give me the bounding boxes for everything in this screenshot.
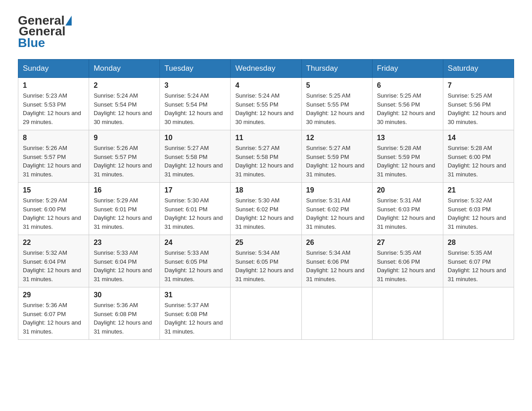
day-info: Sunrise: 5:32 AMSunset: 6:04 PMDaylight:… [23, 249, 81, 283]
calendar-week-row: 29 Sunrise: 5:36 AMSunset: 6:07 PMDaylig… [18, 287, 514, 340]
table-row: 16 Sunrise: 5:29 AMSunset: 6:01 PMDaylig… [89, 183, 160, 235]
table-row: 26 Sunrise: 5:34 AMSunset: 6:06 PMDaylig… [301, 235, 372, 287]
day-info: Sunrise: 5:34 AMSunset: 6:06 PMDaylight:… [306, 249, 365, 283]
table-row: 3 Sunrise: 5:24 AMSunset: 5:54 PMDayligh… [160, 78, 231, 130]
day-number: 20 [377, 186, 438, 194]
table-row [231, 287, 301, 340]
table-row: 25 Sunrise: 5:34 AMSunset: 6:05 PMDaylig… [231, 235, 301, 287]
day-number: 8 [23, 134, 84, 142]
day-number: 28 [448, 239, 509, 247]
day-info: Sunrise: 5:37 AMSunset: 6:08 PMDaylight:… [164, 302, 223, 335]
col-thursday: Thursday [301, 60, 372, 78]
table-row: 30 Sunrise: 5:36 AMSunset: 6:08 PMDaylig… [89, 287, 160, 340]
day-info: Sunrise: 5:24 AMSunset: 5:54 PMDaylight:… [164, 92, 223, 125]
table-row: 20 Sunrise: 5:31 AMSunset: 6:03 PMDaylig… [372, 183, 443, 235]
day-info: Sunrise: 5:32 AMSunset: 6:03 PMDaylight:… [448, 197, 506, 230]
logo-blue-text: Blue [18, 36, 45, 50]
day-info: Sunrise: 5:34 AMSunset: 6:05 PMDaylight:… [235, 249, 293, 283]
day-number: 27 [377, 239, 438, 247]
day-info: Sunrise: 5:26 AMSunset: 5:57 PMDaylight:… [94, 145, 152, 178]
day-number: 19 [306, 186, 368, 194]
day-info: Sunrise: 5:36 AMSunset: 6:08 PMDaylight:… [94, 302, 152, 335]
table-row: 23 Sunrise: 5:33 AMSunset: 6:04 PMDaylig… [89, 235, 160, 287]
table-row: 4 Sunrise: 5:24 AMSunset: 5:55 PMDayligh… [231, 78, 301, 130]
calendar-header-row: Sunday Monday Tuesday Wednesday Thursday… [18, 60, 514, 78]
page-header: General General Blue [18, 13, 514, 50]
day-number: 11 [235, 134, 296, 142]
table-row: 5 Sunrise: 5:25 AMSunset: 5:55 PMDayligh… [301, 78, 372, 130]
day-number: 22 [23, 239, 84, 247]
day-info: Sunrise: 5:28 AMSunset: 5:59 PMDaylight:… [377, 145, 435, 178]
table-row: 12 Sunrise: 5:27 AMSunset: 5:59 PMDaylig… [301, 130, 372, 183]
table-row: 14 Sunrise: 5:28 AMSunset: 6:00 PMDaylig… [443, 130, 514, 183]
day-number: 4 [235, 81, 296, 90]
table-row: 28 Sunrise: 5:35 AMSunset: 6:07 PMDaylig… [443, 235, 514, 287]
day-number: 17 [164, 186, 226, 194]
day-number: 5 [306, 81, 368, 90]
day-info: Sunrise: 5:31 AMSunset: 6:02 PMDaylight:… [306, 197, 365, 230]
day-info: Sunrise: 5:33 AMSunset: 6:04 PMDaylight:… [94, 249, 152, 283]
day-info: Sunrise: 5:33 AMSunset: 6:05 PMDaylight:… [164, 249, 223, 283]
day-number: 31 [164, 291, 226, 299]
day-number: 26 [306, 239, 368, 247]
col-tuesday: Tuesday [160, 60, 231, 78]
day-number: 1 [23, 81, 84, 90]
table-row: 9 Sunrise: 5:26 AMSunset: 5:57 PMDayligh… [89, 130, 160, 183]
day-info: Sunrise: 5:29 AMSunset: 6:01 PMDaylight:… [94, 197, 152, 230]
day-number: 7 [448, 81, 509, 90]
day-number: 15 [23, 186, 84, 194]
day-info: Sunrise: 5:27 AMSunset: 5:59 PMDaylight:… [306, 145, 365, 178]
table-row: 31 Sunrise: 5:37 AMSunset: 6:08 PMDaylig… [160, 287, 231, 340]
day-info: Sunrise: 5:25 AMSunset: 5:56 PMDaylight:… [448, 92, 506, 125]
day-number: 21 [448, 186, 509, 194]
day-number: 3 [164, 81, 226, 90]
calendar-week-row: 1 Sunrise: 5:23 AMSunset: 5:53 PMDayligh… [18, 78, 514, 130]
day-number: 12 [306, 134, 368, 142]
day-info: Sunrise: 5:27 AMSunset: 5:58 PMDaylight:… [235, 145, 293, 178]
day-info: Sunrise: 5:36 AMSunset: 6:07 PMDaylight:… [23, 302, 81, 335]
table-row: 13 Sunrise: 5:28 AMSunset: 5:59 PMDaylig… [372, 130, 443, 183]
table-row: 8 Sunrise: 5:26 AMSunset: 5:57 PMDayligh… [18, 130, 89, 183]
table-row: 6 Sunrise: 5:25 AMSunset: 5:56 PMDayligh… [372, 78, 443, 130]
day-number: 29 [23, 291, 84, 299]
day-info: Sunrise: 5:25 AMSunset: 5:56 PMDaylight:… [377, 92, 435, 125]
col-saturday: Saturday [443, 60, 514, 78]
table-row: 15 Sunrise: 5:29 AMSunset: 6:00 PMDaylig… [18, 183, 89, 235]
day-info: Sunrise: 5:24 AMSunset: 5:55 PMDaylight:… [235, 92, 293, 125]
calendar-table: Sunday Monday Tuesday Wednesday Thursday… [18, 59, 514, 340]
day-number: 23 [94, 239, 155, 247]
day-number: 14 [448, 134, 509, 142]
table-row [301, 287, 372, 340]
table-row: 2 Sunrise: 5:24 AMSunset: 5:54 PMDayligh… [89, 78, 160, 130]
day-number: 30 [94, 291, 155, 299]
table-row: 18 Sunrise: 5:30 AMSunset: 6:02 PMDaylig… [231, 183, 301, 235]
day-info: Sunrise: 5:29 AMSunset: 6:00 PMDaylight:… [23, 197, 81, 230]
day-info: Sunrise: 5:31 AMSunset: 6:03 PMDaylight:… [377, 197, 435, 230]
day-number: 2 [94, 81, 155, 90]
day-info: Sunrise: 5:24 AMSunset: 5:54 PMDaylight:… [94, 92, 152, 125]
day-info: Sunrise: 5:30 AMSunset: 6:02 PMDaylight:… [235, 197, 293, 230]
day-number: 10 [164, 134, 226, 142]
logo-triangle-icon [65, 16, 72, 26]
day-number: 13 [377, 134, 438, 142]
day-info: Sunrise: 5:35 AMSunset: 6:07 PMDaylight:… [448, 249, 506, 283]
table-row: 17 Sunrise: 5:30 AMSunset: 6:01 PMDaylig… [160, 183, 231, 235]
logo-area: General General Blue [18, 13, 73, 50]
day-info: Sunrise: 5:30 AMSunset: 6:01 PMDaylight:… [164, 197, 223, 230]
day-number: 6 [377, 81, 438, 90]
table-row: 19 Sunrise: 5:31 AMSunset: 6:02 PMDaylig… [301, 183, 372, 235]
day-number: 25 [235, 239, 296, 247]
table-row: 29 Sunrise: 5:36 AMSunset: 6:07 PMDaylig… [18, 287, 89, 340]
calendar-week-row: 8 Sunrise: 5:26 AMSunset: 5:57 PMDayligh… [18, 130, 514, 183]
day-number: 24 [164, 239, 226, 247]
table-row [372, 287, 443, 340]
table-row: 24 Sunrise: 5:33 AMSunset: 6:05 PMDaylig… [160, 235, 231, 287]
day-info: Sunrise: 5:26 AMSunset: 5:57 PMDaylight:… [23, 145, 81, 178]
day-info: Sunrise: 5:23 AMSunset: 5:53 PMDaylight:… [23, 92, 81, 125]
col-friday: Friday [372, 60, 443, 78]
col-sunday: Sunday [18, 60, 89, 78]
day-number: 9 [94, 134, 155, 142]
calendar-week-row: 22 Sunrise: 5:32 AMSunset: 6:04 PMDaylig… [18, 235, 514, 287]
day-info: Sunrise: 5:28 AMSunset: 6:00 PMDaylight:… [448, 145, 506, 178]
table-row: 1 Sunrise: 5:23 AMSunset: 5:53 PMDayligh… [18, 78, 89, 130]
